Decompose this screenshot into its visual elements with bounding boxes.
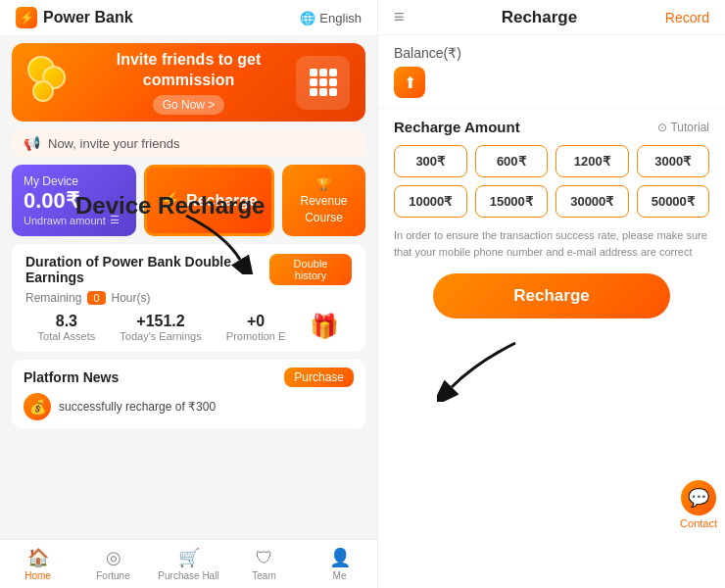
- globe-icon: 🌐: [300, 11, 315, 25]
- amount-15000[interactable]: 15000₹: [475, 185, 549, 218]
- coins-decoration: [27, 56, 81, 110]
- todays-earnings-label: Today's Earnings: [120, 330, 201, 342]
- home-icon: 🏠: [27, 547, 49, 568]
- purchase-button[interactable]: Purchase: [284, 368, 354, 387]
- balance-section: Balance(₹) ⬆: [378, 35, 725, 109]
- fortune-icon: ◎: [106, 547, 121, 568]
- news-item: 💰 successfully recharge of ₹300: [24, 393, 354, 420]
- amount-3000[interactable]: 3000₹: [637, 145, 710, 177]
- remaining-row: Remaining 0 Hour(s): [25, 291, 352, 305]
- news-header: Platform News Purchase: [24, 368, 354, 387]
- nav-fortune[interactable]: ◎ Fortune: [75, 540, 151, 588]
- double-history-button[interactable]: Double history: [269, 254, 352, 285]
- news-avatar: 💰: [24, 393, 51, 420]
- tutorial-link[interactable]: ⊙ Tutorial: [657, 121, 709, 134]
- news-text: successfully recharge of ₹300: [59, 400, 216, 414]
- amount-30000[interactable]: 30000₹: [556, 185, 629, 218]
- grid-decoration: [310, 69, 337, 96]
- remaining-value: 0: [87, 291, 105, 305]
- amount-1200[interactable]: 1200₹: [556, 145, 629, 177]
- notice-text: In order to ensure the transaction succe…: [394, 227, 709, 260]
- team-label: Team: [252, 570, 275, 581]
- total-assets-label: Total Assets: [38, 330, 96, 342]
- me-icon: 👤: [329, 547, 351, 568]
- promotion-value: +0: [226, 313, 286, 330]
- stat-total-assets: 8.3 Total Assets: [38, 313, 96, 342]
- amount-grid: 300₹ 600₹ 1200₹ 3000₹ 10000₹ 15000₹ 3000…: [394, 145, 709, 218]
- duration-header: Duration of Power Bank Double Earnings D…: [25, 254, 352, 285]
- home-label: Home: [24, 570, 51, 581]
- go-now-button[interactable]: Go Now >: [153, 95, 225, 115]
- amount-600[interactable]: 600₹: [475, 145, 549, 177]
- platform-news-title: Platform News: [24, 369, 119, 385]
- fortune-label: Fortune: [96, 570, 129, 581]
- team-icon: 🛡: [256, 548, 273, 568]
- platform-news: Platform News Purchase 💰 successfully re…: [12, 360, 365, 428]
- recharge-main-button[interactable]: Recharge: [433, 273, 670, 318]
- promotion-label: Promotion E: [226, 330, 286, 342]
- upload-icon: ⬆: [394, 67, 425, 98]
- language-button[interactable]: 🌐 English: [300, 11, 362, 25]
- nav-team[interactable]: 🛡 Team: [226, 540, 302, 588]
- amount-10000[interactable]: 10000₹: [394, 185, 467, 218]
- menu-icon: ≡: [394, 7, 413, 27]
- stat-todays-earnings: +151.2 Today's Earnings: [120, 313, 201, 342]
- right-header: ≡ Recharge Record: [378, 0, 725, 35]
- stats-row: 8.3 Total Assets +151.2 Today's Earnings…: [25, 313, 352, 342]
- gift-item: 🎁: [310, 313, 339, 342]
- promo-banner: Invite friends to get commission Go Now …: [12, 43, 365, 122]
- banner-icon-right: [296, 56, 350, 110]
- left-header: ⚡ Power Bank 🌐 English: [0, 0, 377, 35]
- contact-label: Contact: [680, 517, 717, 529]
- nav-home[interactable]: 🏠 Home: [0, 540, 75, 588]
- double-label: Double history: [294, 258, 328, 281]
- duration-card: Duration of Power Bank Double Earnings D…: [12, 244, 365, 352]
- speaker-icon: 📢: [24, 135, 40, 151]
- todays-earnings-value: +151.2: [120, 313, 201, 330]
- recharge-amount-title: Recharge Amount: [394, 119, 520, 135]
- brand: ⚡ Power Bank: [16, 7, 133, 28]
- banner-title: Invite friends to get commission: [81, 50, 296, 91]
- purchase-hall-icon: 🛒: [178, 547, 200, 568]
- remaining-label: Remaining: [25, 291, 81, 305]
- total-assets-value: 8.3: [38, 313, 96, 330]
- duration-title: Duration of Power Bank Double Earnings: [25, 254, 269, 285]
- brand-icon: ⚡: [16, 7, 37, 28]
- device-recharge-text: Device Recharge: [75, 192, 369, 220]
- section-header: Recharge Amount ⊙ Tutorial: [394, 119, 709, 135]
- right-panel: ≡ Recharge Record Balance(₹) ⬆ Recharge …: [377, 0, 725, 588]
- hours-label: Hour(s): [112, 291, 151, 305]
- brand-name: Power Bank: [43, 9, 133, 26]
- device-recharge-title: Device Recharge: [75, 173, 369, 237]
- gift-icon: 🎁: [310, 313, 339, 340]
- record-button[interactable]: Record: [665, 10, 709, 25]
- invite-text: Now, invite your friends: [48, 136, 179, 151]
- contact-icon: 💬: [681, 480, 716, 515]
- nav-me[interactable]: 👤 Me: [302, 540, 377, 588]
- stat-promotion: +0 Promotion E: [226, 313, 286, 342]
- language-label: English: [319, 11, 362, 25]
- purchase-hall-label: Purchase Hall: [158, 570, 218, 581]
- me-label: Me: [333, 570, 347, 581]
- arrow-2: [437, 333, 525, 402]
- banner-text: Invite friends to get commission Go Now …: [81, 50, 296, 115]
- contact-button[interactable]: 💬 Contact: [680, 480, 717, 529]
- bottom-nav: 🏠 Home ◎ Fortune 🛒 Purchase Hall 🛡 Team …: [0, 539, 377, 588]
- amount-50000[interactable]: 50000₹: [637, 185, 710, 218]
- nav-purchase-hall[interactable]: 🛒 Purchase Hall: [151, 540, 226, 588]
- amount-300[interactable]: 300₹: [394, 145, 467, 177]
- recharge-title: Recharge: [502, 8, 577, 27]
- balance-label: Balance(₹): [394, 45, 709, 61]
- invite-bar: 📢 Now, invite your friends: [12, 129, 365, 157]
- recharge-amount-section: Recharge Amount ⊙ Tutorial 300₹ 600₹ 120…: [378, 109, 725, 328]
